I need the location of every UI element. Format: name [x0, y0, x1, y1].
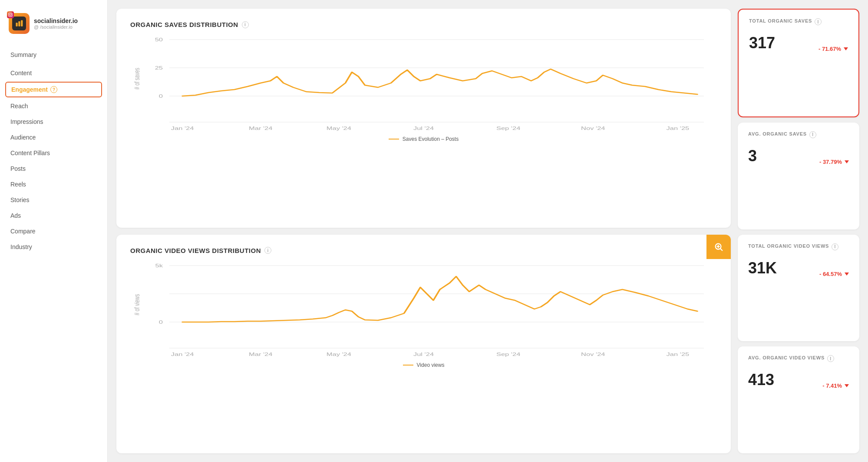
sidebar-item-industry[interactable]: Industry — [0, 239, 107, 255]
svg-point-2 — [11, 13, 12, 14]
svg-text:Jan '25: Jan '25 — [667, 351, 690, 356]
svg-text:5k: 5k — [155, 263, 164, 268]
video-views-legend-line — [403, 365, 413, 366]
svg-text:Nov '24: Nov '24 — [581, 126, 605, 131]
total-organic-video-views-card: TOTAL ORGANIC VIDEO VIEWS i 31K - 64.57% — [738, 235, 859, 342]
sidebar-item-compare[interactable]: Compare — [0, 223, 107, 239]
sidebar-item-ads[interactable]: Ads — [0, 208, 107, 223]
summary-label: Summary — [10, 51, 36, 58]
total-organic-video-views-value: 31K — [748, 259, 777, 277]
brand-name: socialinsider.io — [34, 17, 78, 24]
avg-organic-saves-label: AVG. ORGANIC SAVES i — [748, 131, 849, 138]
organic-saves-chart-card: ORGANIC SAVES DISTRIBUTION i 50 25 0 # o… — [116, 9, 731, 228]
saves-info-icon[interactable]: i — [242, 21, 249, 28]
total-organic-saves-label: TOTAL ORGANIC SAVES i — [749, 18, 848, 25]
charts-column: ORGANIC SAVES DISTRIBUTION i 50 25 0 # o… — [116, 9, 731, 453]
sidebar-item-posts[interactable]: Posts — [0, 161, 107, 176]
brand-logo-inner — [12, 17, 26, 30]
svg-text:Jan '25: Jan '25 — [667, 126, 690, 131]
total-organic-saves-info[interactable]: i — [815, 18, 822, 25]
svg-text:Jul '24: Jul '24 — [413, 351, 434, 356]
saves-legend-label: Saves Evolution – Posts — [403, 136, 459, 142]
svg-text:# of views: # of views — [133, 294, 141, 315]
zoom-badge[interactable] — [706, 235, 731, 259]
sidebar-item-engagement[interactable]: Engagement ? — [5, 82, 102, 97]
svg-text:Jan '24: Jan '24 — [171, 126, 194, 131]
svg-text:Sep '24: Sep '24 — [496, 126, 521, 131]
brand-text: socialinsider.io @ /socialinsider.io — [34, 17, 78, 30]
total-organic-saves-value: 317 — [749, 34, 775, 52]
sidebar-item-summary[interactable]: Summary — [0, 47, 107, 63]
svg-text:Nov '24: Nov '24 — [581, 351, 605, 356]
engagement-question-badge: ? — [50, 86, 57, 93]
total-organic-video-views-bottom: 31K - 64.57% — [748, 256, 849, 277]
svg-text:May '24: May '24 — [327, 351, 351, 356]
total-organic-video-views-label: TOTAL ORGANIC VIDEO VIEWS i — [748, 243, 849, 250]
saves-legend-line — [389, 139, 399, 140]
avg-organic-saves-card: AVG. ORGANIC SAVES i 3 - 37.79% — [738, 123, 859, 229]
svg-text:Sep '24: Sep '24 — [496, 351, 521, 356]
svg-text:0: 0 — [159, 93, 163, 99]
sidebar-item-impressions[interactable]: Impressions — [0, 114, 107, 130]
svg-text:0: 0 — [159, 319, 163, 325]
total-organic-saves-change: - 71.67% — [818, 46, 848, 52]
svg-text:May '24: May '24 — [327, 126, 351, 131]
total-organic-video-views-arrow — [845, 273, 849, 276]
svg-text:Mar '24: Mar '24 — [249, 351, 273, 356]
svg-line-22 — [720, 249, 722, 250]
svg-text:Jan '24: Jan '24 — [171, 351, 194, 356]
sidebar-item-content-pillars[interactable]: Content Pillars — [0, 145, 107, 161]
total-organic-video-views-change: - 64.57% — [819, 271, 849, 277]
avg-organic-video-views-label: AVG. ORGANIC VIDEO VIEWS i — [748, 355, 849, 362]
organic-video-views-chart-card: ORGANIC VIDEO VIEWS DISTRIBUTION i 5k 0 … — [116, 235, 731, 454]
avg-organic-saves-info[interactable]: i — [809, 131, 816, 138]
brand-handle: @ /socialinsider.io — [34, 24, 78, 30]
avg-organic-saves-value: 3 — [748, 147, 757, 165]
sidebar: socialinsider.io @ /socialinsider.io Sum… — [0, 0, 108, 462]
svg-rect-4 — [18, 21, 20, 27]
video-views-chart-svg: 5k 0 # of views Jan '24 Mar '24 May '24 … — [130, 261, 717, 357]
avg-organic-video-views-value: 413 — [748, 371, 774, 389]
svg-text:Mar '24: Mar '24 — [249, 126, 273, 131]
video-views-chart-area: 5k 0 # of views Jan '24 Mar '24 May '24 … — [130, 261, 717, 357]
video-views-legend-label: Video views — [417, 362, 445, 368]
avg-organic-video-views-bottom: 413 - 7.41% — [748, 367, 849, 389]
avg-organic-video-views-card: AVG. ORGANIC VIDEO VIEWS i 413 - 7.41% — [738, 346, 859, 453]
avg-organic-saves-arrow — [845, 160, 849, 163]
brand-logo-area: socialinsider.io @ /socialinsider.io — [0, 9, 107, 43]
svg-text:50: 50 — [155, 37, 163, 43]
saves-chart-svg: 50 25 0 # of saves Jan '24 Mar '24 May '… — [130, 35, 717, 131]
svg-text:25: 25 — [155, 65, 163, 71]
avg-organic-video-views-arrow — [845, 384, 849, 387]
total-organic-saves-bottom: 317 - 71.67% — [749, 30, 848, 52]
sidebar-item-audience[interactable]: Audience — [0, 130, 107, 145]
instagram-badge — [7, 11, 14, 18]
saves-chart-legend: Saves Evolution – Posts — [130, 136, 717, 142]
svg-text:# of saves: # of saves — [133, 68, 141, 90]
avg-organic-saves-bottom: 3 - 37.79% — [748, 143, 849, 165]
saves-chart-area: 50 25 0 # of saves Jan '24 Mar '24 May '… — [130, 35, 717, 131]
svg-point-1 — [10, 14, 11, 16]
video-views-info-icon[interactable]: i — [264, 247, 271, 254]
svg-rect-3 — [16, 23, 18, 26]
total-organic-saves-card: TOTAL ORGANIC SAVES i 317 - 71.67% — [738, 9, 859, 117]
svg-rect-0 — [9, 13, 12, 17]
video-views-chart-legend: Video views — [130, 362, 717, 368]
sidebar-item-content[interactable]: Content — [0, 65, 107, 81]
sidebar-item-stories[interactable]: Stories — [0, 192, 107, 208]
avg-organic-video-views-change: - 7.41% — [822, 382, 849, 389]
video-views-chart-title: ORGANIC VIDEO VIEWS DISTRIBUTION i — [130, 247, 717, 254]
sidebar-nav: Summary Content Engagement ? Reach Impre… — [0, 43, 107, 259]
sidebar-item-reels[interactable]: Reels — [0, 176, 107, 192]
svg-text:Jul '24: Jul '24 — [413, 126, 434, 131]
stats-column: TOTAL ORGANIC SAVES i 317 - 71.67% AVG. … — [738, 9, 859, 453]
organic-saves-chart-title: ORGANIC SAVES DISTRIBUTION i — [130, 21, 717, 28]
sidebar-item-reach[interactable]: Reach — [0, 98, 107, 114]
svg-rect-5 — [21, 20, 23, 27]
brand-logo — [9, 13, 30, 34]
main-content: ORGANIC SAVES DISTRIBUTION i 50 25 0 # o… — [108, 0, 868, 462]
total-organic-video-views-info[interactable]: i — [832, 243, 838, 250]
total-organic-saves-arrow — [844, 47, 848, 50]
avg-organic-video-views-info[interactable]: i — [827, 355, 834, 362]
avg-organic-saves-change: - 37.79% — [819, 159, 849, 165]
